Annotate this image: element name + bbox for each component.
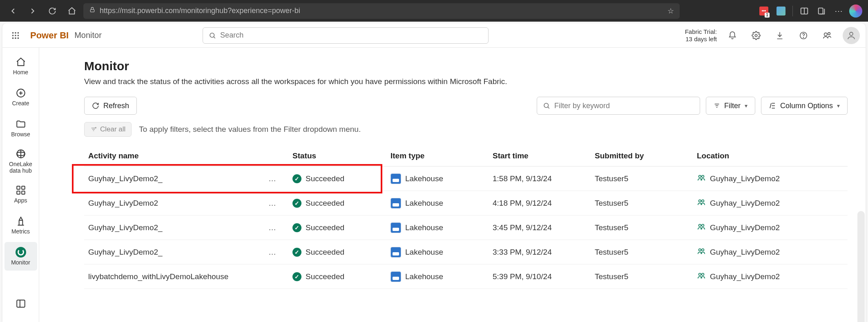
svg-point-12: [18, 37, 19, 39]
more-icon[interactable]: …: [268, 199, 284, 208]
collections-icon[interactable]: [814, 4, 829, 18]
location-text: Guyhay_LivyDemo2: [710, 248, 780, 257]
filter-label: Filter: [724, 102, 741, 110]
rail-workspaces[interactable]: [4, 289, 37, 318]
more-icon[interactable]: ⋯: [831, 4, 846, 18]
start-time: 3:45 PM, 9/12/24: [493, 223, 552, 232]
location-text: Guyhay_LivyDemo2: [710, 174, 780, 183]
activity-name: livybatchdemo_withLivyDemoLakehouse: [88, 272, 228, 281]
more-icon[interactable]: …: [268, 248, 284, 257]
filter-chip-row: Clear all To apply filters, select the v…: [84, 122, 848, 137]
more-icon[interactable]: …: [268, 174, 284, 183]
lakehouse-icon: [390, 271, 401, 282]
svg-rect-28: [22, 186, 25, 189]
svg-point-46: [702, 200, 704, 202]
activity-name: Guyhay_LivyDemo2_: [88, 174, 163, 183]
lakehouse-icon: [390, 173, 401, 184]
filter-button[interactable]: Filter ▾: [706, 97, 755, 115]
more-icon[interactable]: …: [268, 223, 284, 232]
status-text: Succeeded: [306, 248, 344, 257]
split-screen-icon[interactable]: [797, 4, 812, 18]
copilot-icon[interactable]: [848, 4, 863, 18]
rail-monitor-label: Monitor: [11, 259, 30, 266]
submitted-by: Testuser5: [595, 248, 628, 256]
download-icon[interactable]: [772, 27, 788, 44]
rail-onelake[interactable]: OneLake data hub: [4, 145, 37, 178]
workspace-icon: [697, 173, 706, 184]
lakehouse-icon: [390, 222, 401, 233]
svg-point-4: [12, 32, 14, 33]
app-launcher-icon[interactable]: [7, 27, 25, 44]
activity-name: Guyhay_LivyDemo2: [88, 199, 158, 208]
app-header: Power BI Monitor Fabric Trial: 13 days l…: [2, 23, 866, 48]
col-activity[interactable]: Activity name: [84, 146, 288, 167]
svg-point-51: [699, 273, 701, 276]
success-icon: [292, 223, 301, 232]
activity-name: Guyhay_LivyDemo2_: [88, 223, 163, 232]
col-item[interactable]: Item type: [386, 146, 489, 167]
rail-create[interactable]: Create: [4, 83, 37, 111]
breadcrumb[interactable]: Monitor: [74, 31, 102, 40]
svg-rect-27: [17, 186, 20, 189]
forward-button[interactable]: [25, 3, 41, 19]
table-row[interactable]: Guyhay_LivyDemo2_… Succeeded Lakehouse 1…: [84, 167, 848, 191]
scrollbar[interactable]: [857, 211, 865, 322]
chevron-down-icon: ▾: [837, 102, 840, 109]
item-type: Lakehouse: [405, 248, 443, 257]
back-button[interactable]: [5, 3, 21, 19]
table-row[interactable]: Guyhay_LivyDemo2_… Succeeded Lakehouse 3…: [84, 240, 848, 264]
feedback-icon[interactable]: [819, 27, 835, 44]
filter-icon: [714, 102, 720, 109]
status-text: Succeeded: [306, 174, 344, 183]
brand-label[interactable]: Power BI: [30, 30, 69, 41]
column-options-button[interactable]: Column Options ▾: [761, 97, 848, 115]
favorite-icon[interactable]: ☆: [667, 7, 674, 16]
rail-browse-label: Browse: [11, 131, 30, 138]
col-location[interactable]: Location: [693, 146, 848, 167]
status-text: Succeeded: [306, 272, 344, 281]
start-time: 5:39 PM, 9/10/24: [493, 272, 552, 281]
account-avatar[interactable]: [843, 27, 860, 44]
svg-point-13: [210, 33, 214, 38]
lakehouse-icon: [390, 198, 401, 209]
rail-metrics-label: Metrics: [11, 228, 30, 235]
col-start[interactable]: Start time: [489, 146, 591, 167]
table-row[interactable]: Guyhay_LivyDemo2_… Succeeded Lakehouse 3…: [84, 215, 848, 240]
trial-status: Fabric Trial: 13 days left: [685, 28, 717, 43]
filter-keyword-input[interactable]: [554, 102, 694, 110]
columns-label: Column Options: [780, 102, 833, 110]
refresh-button[interactable]: Refresh: [84, 97, 137, 115]
monitor-icon: [16, 247, 26, 258]
rail-browse[interactable]: Browse: [4, 114, 37, 142]
workspace-icon: [697, 271, 706, 282]
reload-button[interactable]: [44, 3, 60, 19]
filter-keyword[interactable]: [537, 97, 700, 115]
table-row[interactable]: Guyhay_LivyDemo2… Succeeded Lakehouse 4:…: [84, 191, 848, 215]
svg-rect-31: [17, 300, 25, 307]
rail-apps-label: Apps: [14, 197, 27, 204]
help-icon[interactable]: [795, 27, 812, 44]
search-input[interactable]: [220, 31, 482, 40]
rail-onelake-label2: data hub: [9, 167, 32, 174]
refresh-icon: [92, 102, 99, 109]
extension-1-icon[interactable]: •••: [756, 4, 771, 18]
rail-home[interactable]: Home: [4, 52, 37, 80]
location-text: Guyhay_LivyDemo2: [710, 199, 780, 208]
settings-icon[interactable]: [748, 27, 764, 44]
extension-2-icon[interactable]: [774, 4, 788, 18]
address-bar[interactable]: https://msit.powerbi.com/monitoringhub?e…: [83, 3, 680, 19]
submitted-by: Testuser5: [595, 223, 628, 232]
item-type: Lakehouse: [405, 223, 443, 232]
global-search[interactable]: [203, 27, 489, 44]
home-button[interactable]: [64, 3, 80, 19]
rail-apps[interactable]: Apps: [4, 180, 37, 209]
notifications-icon[interactable]: [724, 27, 741, 44]
rail-monitor[interactable]: Monitor: [4, 242, 37, 271]
table-row[interactable]: livybatchdemo_withLivyDemoLakehouse Succ…: [84, 264, 848, 289]
col-submitted[interactable]: Submitted by: [591, 146, 693, 167]
svg-point-5: [15, 32, 16, 33]
col-status[interactable]: Status: [288, 146, 386, 167]
rail-metrics[interactable]: Metrics: [4, 211, 37, 240]
submitted-by: Testuser5: [595, 174, 628, 183]
item-type: Lakehouse: [405, 199, 443, 208]
